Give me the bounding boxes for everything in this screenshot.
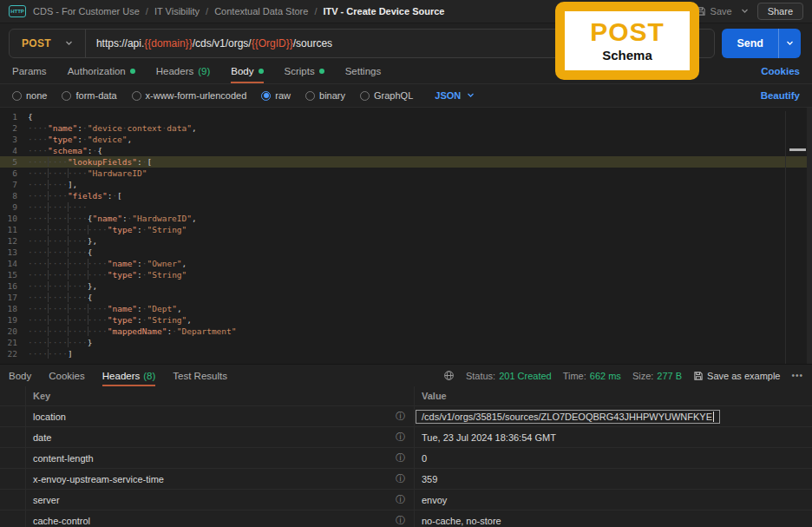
header-value-cell[interactable]: no-cache, no-store bbox=[415, 511, 812, 527]
line-number: 21 bbox=[0, 337, 28, 348]
code-text: ················"name":·"Dept", bbox=[28, 303, 812, 314]
code-line[interactable]: 1{ bbox=[0, 111, 812, 122]
badge-subtitle: Schema bbox=[602, 48, 652, 63]
cookies-link[interactable]: Cookies bbox=[761, 66, 800, 76]
breadcrumb-item-cds-for-customer-use[interactable]: CDS - For Customer Use bbox=[33, 6, 140, 16]
tab-settings[interactable]: Settings bbox=[345, 58, 382, 83]
send-options-chevron-icon[interactable] bbox=[778, 29, 801, 58]
send-button[interactable]: Send bbox=[722, 29, 778, 58]
editor-scroll-marker[interactable] bbox=[789, 148, 806, 151]
radio-binary[interactable]: binary bbox=[305, 90, 345, 101]
network-globe-icon[interactable] bbox=[443, 370, 455, 381]
code-line[interactable]: 7········], bbox=[0, 179, 812, 190]
line-number: 4 bbox=[0, 145, 28, 156]
code-line[interactable]: 6············"HardwareID" bbox=[0, 168, 812, 179]
tab-scripts[interactable]: Scripts bbox=[285, 58, 324, 83]
table-row: locationⓘ/cds/v1/orgs/35815/sources/ZLO7… bbox=[0, 406, 812, 427]
code-text: ············{"name":·"HardwareID", bbox=[28, 213, 812, 224]
url-segment: https://api. bbox=[96, 37, 144, 49]
header-value-cell[interactable]: 0 bbox=[415, 448, 812, 468]
radio-form-data[interactable]: form-data bbox=[62, 90, 116, 101]
info-icon[interactable]: ⓘ bbox=[396, 431, 405, 444]
code-text: ····"type":·"device", bbox=[28, 134, 812, 145]
table-gutter-cell bbox=[0, 406, 26, 426]
language-dropdown[interactable]: JSON bbox=[435, 90, 475, 101]
more-options-button[interactable]: ••• bbox=[791, 371, 803, 380]
save-options-chevron-icon[interactable] bbox=[741, 9, 749, 14]
code-line[interactable]: 12············}, bbox=[0, 235, 812, 247]
code-line[interactable]: 2····"name":·"device·context·data", bbox=[0, 122, 812, 134]
info-icon[interactable]: ⓘ bbox=[396, 472, 405, 485]
radio-x-www-form-urlencoded[interactable]: x-www-form-urlencoded bbox=[132, 90, 247, 101]
header-value-cell[interactable]: 359 bbox=[415, 469, 812, 489]
code-line[interactable]: 22········] bbox=[0, 348, 812, 359]
header-key-cell: dateⓘ bbox=[26, 427, 415, 447]
tab-body[interactable]: Body bbox=[231, 58, 263, 83]
table-gutter bbox=[0, 386, 26, 405]
green-dot-icon bbox=[319, 69, 324, 74]
code-line[interactable]: 19················"type":·"String", bbox=[0, 314, 812, 326]
code-line[interactable]: 16············}, bbox=[0, 280, 812, 292]
tab-cookies[interactable]: Cookies bbox=[49, 365, 85, 386]
header-value-cell[interactable]: envoy bbox=[415, 490, 812, 510]
radio-label: form-data bbox=[75, 90, 116, 101]
code-line[interactable]: 8········"fields":·[ bbox=[0, 190, 812, 201]
table-row: dateⓘTue, 23 Jul 2024 18:36:54 GMT bbox=[0, 427, 812, 448]
url-input[interactable]: https://api.{{domain}}/cds/v1/orgs/{{Org… bbox=[86, 37, 343, 49]
size-badge[interactable]: Size: 277 B bbox=[632, 371, 682, 381]
radio-raw[interactable]: raw bbox=[261, 90, 291, 101]
code-line[interactable]: 20················"mappedName":·"Departm… bbox=[0, 326, 812, 337]
code-line[interactable]: 3····"type":·"device", bbox=[0, 134, 812, 145]
tab-params[interactable]: Params bbox=[12, 58, 47, 83]
info-icon[interactable]: ⓘ bbox=[396, 514, 405, 527]
tab-headers[interactable]: Headers(9) bbox=[156, 58, 211, 83]
radio-none[interactable]: none bbox=[12, 90, 47, 101]
code-text: ················"type":·"String" bbox=[28, 269, 812, 280]
code-line[interactable]: 11················"type":·"String" bbox=[0, 224, 812, 235]
code-text: ············ bbox=[28, 201, 812, 213]
code-text: ················"name":·"Owner", bbox=[28, 258, 812, 269]
info-icon[interactable]: ⓘ bbox=[396, 451, 405, 464]
info-icon[interactable]: ⓘ bbox=[396, 493, 405, 506]
code-line[interactable]: 18················"name":·"Dept", bbox=[0, 303, 812, 314]
radio-button-icon bbox=[360, 91, 370, 101]
code-line[interactable]: 15················"type":·"String" bbox=[0, 269, 812, 280]
save-button[interactable]: Save bbox=[696, 6, 732, 16]
editor-scrollbar[interactable] bbox=[807, 108, 812, 364]
beautify-link[interactable]: Beautify bbox=[761, 90, 800, 101]
selected-value-box[interactable]: /cds/v1/orgs/35815/sources/ZLO7DEOQBRG43… bbox=[416, 410, 720, 424]
code-line[interactable]: 21············} bbox=[0, 337, 812, 348]
tab-test-results[interactable]: Test Results bbox=[173, 365, 227, 386]
radio-graphql[interactable]: GraphQL bbox=[360, 90, 413, 101]
header-key: server bbox=[33, 495, 60, 505]
header-value-cell[interactable]: /cds/v1/orgs/35815/sources/ZLO7DEOQBRG43… bbox=[415, 406, 812, 426]
header-key-cell: cache-controlⓘ bbox=[26, 511, 415, 527]
code-line[interactable]: 10············{"name":·"HardwareID", bbox=[0, 213, 812, 224]
method-selector[interactable]: POST bbox=[10, 30, 85, 57]
breadcrumb-item-contextual-data-store[interactable]: Contextual Data Store bbox=[214, 6, 308, 16]
http-request-icon: HTTP bbox=[9, 5, 26, 17]
tab-label: Body bbox=[231, 66, 253, 76]
share-button[interactable]: Share bbox=[757, 3, 803, 20]
header-value-cell[interactable]: Tue, 23 Jul 2024 18:36:54 GMT bbox=[415, 427, 812, 447]
tab-headers[interactable]: Headers(8) bbox=[102, 365, 156, 386]
code-line[interactable]: 5········"lookupFields":·[ bbox=[0, 156, 812, 168]
code-text: ············} bbox=[28, 337, 812, 348]
tab-authorization[interactable]: Authorization bbox=[68, 58, 135, 83]
tab-body[interactable]: Body bbox=[9, 365, 31, 386]
time-badge[interactable]: Time: 662 ms bbox=[563, 371, 621, 381]
code-line[interactable]: 4····"schema":·{ bbox=[0, 145, 812, 156]
body-code-editor[interactable]: 1{2····"name":·"device·context·data",3··… bbox=[0, 107, 812, 364]
body-type-radios: noneform-datax-www-form-urlencodedrawbin… bbox=[12, 84, 413, 107]
code-line[interactable]: 9············ bbox=[0, 201, 812, 213]
info-icon[interactable]: ⓘ bbox=[396, 410, 405, 423]
code-line[interactable]: 17············{ bbox=[0, 292, 812, 303]
code-text: ············}, bbox=[28, 235, 812, 247]
save-as-example-button[interactable]: Save as example bbox=[693, 371, 780, 381]
status-badge[interactable]: Status: 201 Created bbox=[466, 371, 552, 381]
breadcrumb-item-itv-create-device-source[interactable]: ITV - Create Device Source bbox=[323, 6, 444, 16]
code-line[interactable]: 13············{ bbox=[0, 247, 812, 258]
code-line[interactable]: 14················"name":·"Owner", bbox=[0, 258, 812, 269]
code-text: ········], bbox=[28, 179, 812, 190]
breadcrumb-item-it-visibility[interactable]: IT Visibility bbox=[154, 6, 200, 16]
